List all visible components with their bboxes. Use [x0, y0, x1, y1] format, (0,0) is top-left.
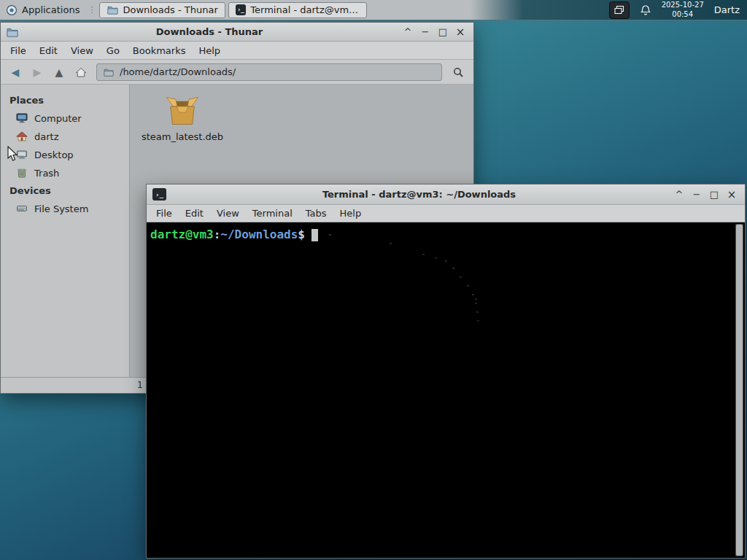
file-item-steam-deb[interactable]: steam_latest.deb	[134, 93, 231, 142]
thunar-titlebar[interactable]: Downloads - Thunar ^ − □ ×	[1, 23, 473, 42]
sidebar-item-filesystem[interactable]: File System	[1, 200, 129, 218]
menu-help[interactable]: Help	[333, 205, 368, 222]
menu-view[interactable]: View	[64, 42, 100, 59]
user-label: Dartz	[714, 4, 740, 15]
thunar-menubar: File Edit View Go Bookmarks Help	[1, 42, 473, 60]
sidebar-item-label: Desktop	[34, 149, 74, 160]
folder-icon	[103, 66, 115, 78]
file-name: steam_latest.deb	[142, 131, 223, 142]
prompt-symbol: $	[298, 228, 305, 241]
render-artifacts	[390, 243, 392, 244]
sidebar-item-computer[interactable]: Computer	[1, 109, 129, 128]
terminal-cursor	[311, 229, 318, 241]
taskbar-button-thunar[interactable]: Downloads - Thunar	[99, 2, 225, 18]
file-manager-icon	[107, 4, 118, 16]
menu-edit[interactable]: Edit	[179, 205, 210, 222]
taskbar-button-terminal[interactable]: ›_ Terminal - dartz@vm3: ...	[228, 2, 367, 18]
up-button[interactable]: ▲	[49, 63, 69, 82]
sidebar-item-desktop[interactable]: Desktop	[1, 146, 129, 164]
sidebar-item-label: File System	[34, 203, 88, 214]
sidebar-item-trash[interactable]: Trash	[1, 164, 129, 182]
path-text: /home/dartz/Downloads/	[120, 66, 236, 77]
menu-terminal[interactable]: Terminal	[246, 205, 299, 222]
applications-menu-label: Applications	[22, 4, 80, 15]
terminal-window-icon: ›_	[152, 188, 166, 201]
menu-tabs[interactable]: Tabs	[299, 205, 333, 222]
applications-menu-icon	[6, 4, 18, 16]
clock-time: 00:54	[662, 10, 704, 20]
trash-icon	[16, 168, 28, 179]
computer-icon	[16, 113, 28, 124]
terminal-titlebar[interactable]: ›_ Terminal - dartz@vm3: ~/Downloads ^ −…	[147, 184, 745, 205]
menu-bookmarks[interactable]: Bookmarks	[126, 42, 193, 59]
home-button[interactable]	[71, 63, 91, 82]
close-button[interactable]: ×	[724, 187, 739, 202]
menu-file[interactable]: File	[4, 42, 33, 59]
deb-package-icon	[161, 93, 204, 128]
search-button[interactable]	[447, 63, 469, 82]
taskbar-button-label: Terminal - dartz@vm3: ...	[250, 4, 359, 15]
maximize-button[interactable]: □	[707, 187, 721, 202]
menu-go[interactable]: Go	[100, 42, 126, 59]
minimize-button[interactable]: −	[418, 25, 433, 39]
home-folder-icon	[16, 131, 28, 142]
menu-help[interactable]: Help	[192, 42, 227, 59]
mouse-cursor	[7, 146, 19, 165]
terminal-menubar: File Edit View Terminal Tabs Help	[147, 205, 745, 222]
forward-button[interactable]: ▶	[27, 63, 47, 82]
applications-menu-button[interactable]: Applications	[0, 0, 85, 20]
prompt-separator: :	[214, 228, 221, 241]
sidebar-item-home[interactable]: dartz	[1, 128, 129, 146]
panel-right-section: 2025-10-27 00:54 Dartz	[609, 0, 747, 20]
thunar-toolbar: ◀ ▶ ▲ /home/dartz/Downloads/	[1, 60, 473, 85]
desktop: Applications ⋮ Downloads - Thunar ›_ Ter…	[0, 0, 747, 560]
back-button[interactable]: ◀	[5, 63, 26, 82]
thunar-window-title: Downloads - Thunar	[24, 26, 395, 37]
minimize-button[interactable]: −	[689, 187, 704, 202]
scrollbar-thumb[interactable]	[736, 225, 743, 556]
path-bar[interactable]: /home/dartz/Downloads/	[96, 63, 442, 81]
search-icon	[452, 66, 464, 78]
home-icon	[75, 67, 87, 77]
prompt-user-host: dartz@vm3	[150, 228, 214, 241]
menu-view[interactable]: View	[210, 205, 246, 222]
menu-edit[interactable]: Edit	[33, 42, 64, 59]
sidebar-item-label: Trash	[34, 168, 59, 179]
terminal-window: ›_ Terminal - dartz@vm3: ~/Downloads ^ −…	[146, 184, 746, 559]
shade-button[interactable]: ^	[672, 187, 686, 202]
terminal-screen[interactable]: dartz@vm3:~/Downloads$	[147, 222, 745, 558]
terminal-window-controls: ^ − □ ×	[672, 187, 739, 202]
menu-file[interactable]: File	[150, 205, 179, 222]
thunar-window-icon	[7, 26, 18, 38]
tray-display-icon[interactable]	[609, 1, 630, 19]
sidebar-item-label: dartz	[34, 131, 58, 142]
top-panel: Applications ⋮ Downloads - Thunar ›_ Ter…	[0, 0, 747, 20]
prompt-path: ~/Downloads	[220, 228, 298, 241]
places-header: Places	[1, 92, 129, 109]
thunar-window-controls: ^ − □ ×	[400, 25, 468, 39]
sidebar-item-label: Computer	[34, 113, 82, 124]
panel-separator: ⋮	[85, 5, 98, 15]
close-button[interactable]: ×	[453, 25, 468, 39]
shade-button[interactable]: ^	[400, 25, 415, 39]
clock-date: 2025-10-27	[662, 1, 704, 10]
notification-bell-icon[interactable]	[640, 4, 651, 16]
taskbar-button-label: Downloads - Thunar	[123, 4, 217, 15]
terminal-icon: ›_	[236, 4, 247, 15]
clock[interactable]: 2025-10-27 00:54	[662, 1, 704, 19]
maximize-button[interactable]: □	[436, 25, 450, 39]
shell-prompt: dartz@vm3:~/Downloads$	[150, 228, 318, 241]
devices-header: Devices	[1, 182, 129, 200]
panel-left-section: Applications ⋮ Downloads - Thunar ›_ Ter…	[0, 0, 368, 20]
drive-icon	[16, 203, 28, 214]
terminal-scrollbar[interactable]	[735, 224, 743, 556]
thunar-sidebar: Places Computer dartz	[1, 85, 130, 377]
terminal-window-title: Terminal - dartz@vm3: ~/Downloads	[172, 189, 666, 200]
